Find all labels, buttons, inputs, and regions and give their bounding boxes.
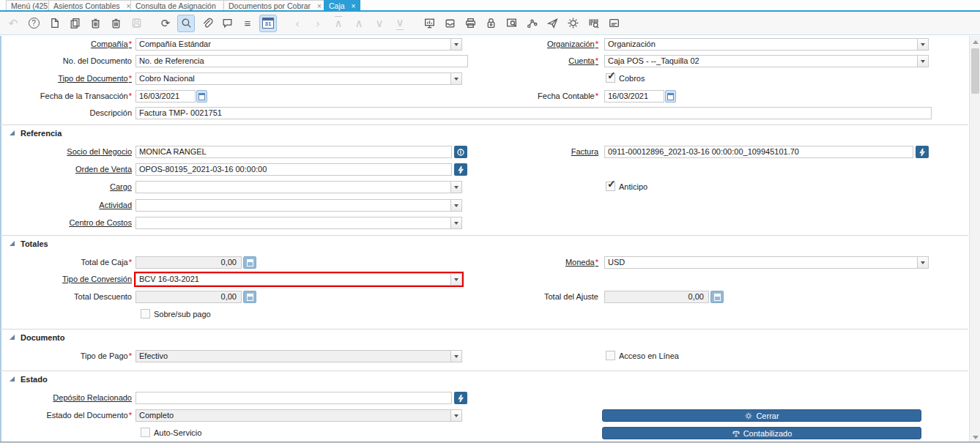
deposito-relacionado-zoom-button[interactable] xyxy=(454,392,467,404)
organizacion-select[interactable]: Organización xyxy=(604,38,929,51)
tab-caja[interactable]: Caja × xyxy=(324,0,360,12)
estado-documento-select[interactable]: Completo xyxy=(136,409,462,422)
first-record-icon[interactable]: ∧ xyxy=(330,15,347,32)
chevron-down-icon[interactable] xyxy=(450,39,461,50)
anticipo-checkbox[interactable]: ✓ xyxy=(606,182,615,191)
send-icon[interactable] xyxy=(543,15,561,32)
undo-icon[interactable]: ↶ xyxy=(4,15,22,32)
close-icon[interactable]: × xyxy=(317,1,322,12)
fecha-transaccion-calendar-button[interactable] xyxy=(196,90,207,103)
moneda-select[interactable]: USD xyxy=(604,256,929,269)
deposito-relacionado-input[interactable] xyxy=(136,392,452,404)
delete-selection-icon[interactable] xyxy=(107,15,125,32)
print-icon[interactable] xyxy=(461,15,479,32)
total-descuento-input[interactable]: 0,00 xyxy=(136,291,242,303)
orden-venta-input[interactable]: OPOS-80195_2021-03-16 00:00:00 xyxy=(136,163,452,176)
cobros-checkbox[interactable]: ✓ xyxy=(606,73,615,83)
actividad-label[interactable]: Actividad xyxy=(4,199,132,212)
tab-documentos-cobrar[interactable]: Documentos por Cobrar × xyxy=(223,0,327,10)
chat-icon[interactable] xyxy=(218,15,236,32)
close-icon[interactable]: × xyxy=(352,1,356,12)
section-estado-header[interactable]: Estado xyxy=(21,375,48,384)
tipo-conversion-select[interactable]: BCV 16-03-2021 xyxy=(136,273,462,286)
collapse-triangle-icon[interactable] xyxy=(10,241,15,246)
delete-record-icon[interactable] xyxy=(86,15,104,32)
chevron-down-icon[interactable] xyxy=(450,73,461,84)
tab-asientos-contables[interactable]: Asientos Contables × xyxy=(48,0,136,10)
socio-negocio-input[interactable]: MONICA RANGEL xyxy=(136,146,452,158)
auto-servicio-checkbox[interactable] xyxy=(141,428,150,437)
parent-record-icon[interactable]: ∧ xyxy=(350,15,368,32)
total-descuento-calculator-button[interactable] xyxy=(243,291,256,303)
detail-record-icon[interactable]: ∨ xyxy=(371,15,388,32)
fecha-contable-input[interactable]: 16/03/2021 xyxy=(604,90,664,103)
chevron-down-icon[interactable] xyxy=(450,410,461,421)
chevron-down-icon[interactable] xyxy=(450,182,461,193)
fecha-transaccion-input[interactable]: 16/03/2021 xyxy=(136,90,196,103)
lock-icon[interactable] xyxy=(482,15,500,32)
tipo-documento-select[interactable]: Cobro Nacional xyxy=(136,72,462,85)
calendar-icon[interactable]: 31 xyxy=(259,15,277,32)
factura-zoom-button[interactable] xyxy=(916,146,929,158)
section-totales-header[interactable]: Totales xyxy=(21,239,48,249)
report-icon[interactable] xyxy=(420,15,438,32)
process-gear-icon[interactable] xyxy=(564,15,582,32)
chevron-down-icon[interactable] xyxy=(450,351,461,362)
acceso-linea-checkbox[interactable] xyxy=(606,351,615,360)
no-documento-input[interactable]: No. de Referencia xyxy=(136,55,468,67)
new-record-icon[interactable] xyxy=(45,15,63,32)
section-referencia-header[interactable]: Referencia xyxy=(21,129,62,138)
total-ajuste-input[interactable]: 0,00 xyxy=(604,291,709,303)
collapse-triangle-icon[interactable] xyxy=(10,130,15,135)
factura-label[interactable]: Factura xyxy=(472,146,598,158)
cuenta-label[interactable]: Cuenta* xyxy=(472,55,598,67)
chevron-down-icon[interactable] xyxy=(917,257,928,268)
log-panel-icon[interactable] xyxy=(605,15,623,32)
zoom-across-icon[interactable] xyxy=(502,15,520,32)
vertical-scrollbar[interactable] xyxy=(969,36,980,443)
total-ajuste-calculator-button[interactable] xyxy=(710,291,724,303)
collapse-triangle-icon[interactable] xyxy=(10,376,15,381)
centro-costos-select[interactable] xyxy=(136,217,462,229)
cuenta-select[interactable]: Caja POS - --_Taquilla 02 xyxy=(604,55,929,67)
collapse-triangle-icon[interactable] xyxy=(10,335,15,340)
deposito-relacionado-label[interactable]: Depósito Relacionado xyxy=(4,392,132,404)
attachment-icon[interactable] xyxy=(198,15,215,32)
chevron-down-icon[interactable] xyxy=(917,56,928,67)
copy-record-icon[interactable] xyxy=(66,15,83,32)
socio-negocio-label[interactable]: Socio del Negocio xyxy=(4,146,132,158)
actividad-select[interactable] xyxy=(136,199,462,212)
chevron-down-icon[interactable] xyxy=(450,217,461,228)
archive-icon[interactable] xyxy=(441,15,459,32)
orden-venta-label[interactable]: Orden de Venta xyxy=(4,163,132,176)
descripcion-input[interactable]: Factura TMP- 0021751 xyxy=(136,107,932,119)
sobre-sub-pago-checkbox[interactable] xyxy=(141,309,150,319)
workflow-icon[interactable] xyxy=(523,15,541,32)
moneda-label[interactable]: Moneda* xyxy=(472,256,598,269)
orden-venta-zoom-button[interactable] xyxy=(454,163,467,176)
cargo-label[interactable]: Cargo xyxy=(4,181,132,193)
tab-consulta-asignacion[interactable]: Consulta de Asignación × xyxy=(130,0,232,10)
grid-toggle-icon[interactable]: ≡ xyxy=(239,15,256,32)
organizacion-label[interactable]: Organización* xyxy=(472,38,598,51)
chevron-down-icon[interactable] xyxy=(450,274,461,285)
compania-select[interactable]: Compañía Estándar xyxy=(136,38,462,51)
chevron-down-icon[interactable] xyxy=(917,39,928,50)
contabilizado-button[interactable]: Contabilizado xyxy=(602,427,921,439)
cerrar-button[interactable]: Cerrar xyxy=(602,409,921,422)
last-record-icon[interactable]: ∨ xyxy=(391,15,409,32)
next-record-icon[interactable]: › xyxy=(309,15,327,32)
scrollbar-thumb[interactable] xyxy=(971,48,979,94)
socio-negocio-bpartner-button[interactable] xyxy=(454,146,467,158)
centro-costos-label[interactable]: Centro de Costos xyxy=(4,217,132,229)
tipo-documento-label[interactable]: Tipo de Documento* xyxy=(4,72,132,85)
chevron-down-icon[interactable] xyxy=(450,200,461,211)
total-caja-calculator-button[interactable] xyxy=(243,256,256,269)
tipo-pago-select[interactable]: Efectivo xyxy=(136,350,462,362)
cargo-select[interactable] xyxy=(136,181,462,193)
scan-icon[interactable] xyxy=(584,15,602,32)
help-icon[interactable]: ? xyxy=(25,15,42,32)
tipo-conversion-label[interactable]: Tipo de Conversión xyxy=(4,273,132,286)
factura-input[interactable]: 0911-00012896_2021-03-16 00:00:00_109945… xyxy=(604,146,913,158)
scroll-up-button[interactable] xyxy=(970,36,980,47)
